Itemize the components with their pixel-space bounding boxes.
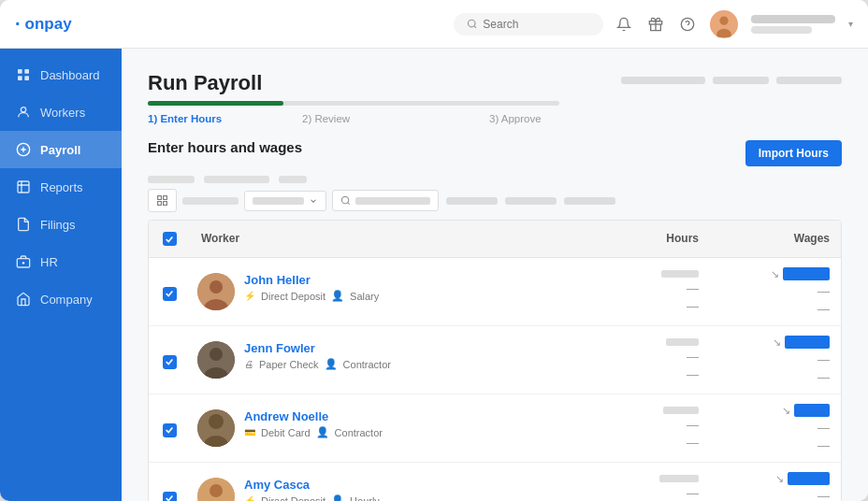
progress-bar-bg [148,101,559,106]
wages-dash-3b: — [817,438,830,452]
avatar-svg-4 [197,478,235,501]
company-icon [15,291,32,308]
svg-point-7 [719,16,728,24]
dashboard-icon [15,66,32,83]
worker-name-1[interactable]: John Heller [244,273,379,287]
worker-type-2: Contractor [343,359,391,370]
avatar-icon [711,11,737,37]
sidebar-item-reports[interactable]: Reports [0,168,122,206]
worker-meta-4: ⚡ Direct Deposit 👤 Hourly [244,494,380,501]
step-review: 2) Review [302,113,489,124]
section-title: Enter hours and wages [148,139,302,155]
wages-cell-4: ↘ — — [710,472,841,501]
user-info [751,15,835,34]
toolbar-search[interactable] [332,190,439,211]
hours-ph-2a [666,338,699,346]
workers-icon [15,104,32,121]
hr-icon [15,253,32,270]
hours-cell-3: — — [579,407,710,450]
help-icon[interactable] [678,15,697,34]
sidebar-item-workers[interactable]: Workers [0,93,122,131]
wages-dash-3: — [817,421,830,435]
payroll-header: Run Payroll [148,71,842,95]
worker-name-3[interactable]: Andrew Noelle [244,409,383,423]
user-avatar[interactable] [710,10,738,38]
worker-type-icon-4: 👤 [331,494,344,501]
worker-type-1: Salary [350,291,379,302]
filter-ph2 [204,176,269,183]
payroll-title-area: Run Payroll [148,71,262,95]
svg-point-33 [210,348,223,361]
select-all-checkbox[interactable] [163,232,177,246]
header-placeholders [281,71,842,84]
payment-icon-3: 💳 [244,427,255,437]
avatar-3 [197,409,235,447]
user-role-placeholder [751,26,812,34]
hours-dash-1: — [687,281,699,295]
ph1 [621,77,705,84]
avatar-4 [197,478,235,501]
avatar-2 [197,341,235,379]
row-checkbox-4[interactable] [149,488,190,502]
payment-icon-2: 🖨 [244,359,253,369]
hours-dash-3: — [687,418,699,432]
worker-info-3: Andrew Noelle 💳 Debit Card 👤 Contractor [244,409,383,438]
payroll-title: Run Payroll [148,71,262,95]
progress-area: 1) Enter Hours 2) Review 3) Approve [148,101,842,124]
worker-name-4[interactable]: Amy Casca [244,478,380,492]
row-checkbox-3[interactable] [149,420,190,437]
logo-text: onpay [25,15,72,34]
search-box[interactable] [454,13,603,36]
toolbar-icon-btn[interactable] [148,189,177,212]
row-checkbox-2[interactable] [149,351,190,369]
user-menu-chevron[interactable]: ▾ [848,19,853,29]
worker-type-icon-2: 👤 [325,358,338,370]
filings-icon [15,216,32,233]
wages-cell-3: ↘ — — [710,404,841,452]
app-window: · onpay [0,0,868,501]
action-ph3 [564,197,615,205]
hours-dash-1b: — [687,299,699,313]
payment-icon-1: ⚡ [244,291,255,301]
sidebar-item-payroll[interactable]: Payroll [0,131,122,168]
gift-icon[interactable] [646,15,665,34]
sidebar-item-hr[interactable]: HR [0,243,122,280]
sidebar-item-dashboard[interactable]: Dashboard [0,56,122,93]
th-worker: Worker [190,228,579,250]
svg-rect-26 [164,202,167,206]
svg-rect-10 [24,69,29,74]
bell-icon[interactable] [615,15,633,34]
worker-cell-2: Jenn Fowler 🖨 Paper Check 👤 Contractor [190,341,579,379]
worker-cell-3: Andrew Noelle 💳 Debit Card 👤 Contractor [190,409,579,447]
search-input[interactable] [483,18,590,31]
toolbar-dropdown[interactable] [244,191,326,211]
hours-dash-4: — [687,486,699,500]
sidebar-item-filings[interactable]: Filings [0,206,122,243]
search-ph [355,197,430,205]
wages-bar-3 [794,404,830,417]
worker-meta-3: 💳 Debit Card 👤 Contractor [244,426,383,438]
svg-point-30 [210,280,223,293]
wages-dash-1b: — [817,302,830,316]
main-layout: Dashboard Workers Payroll [0,49,868,501]
progress-bar-fill [148,101,283,106]
sidebar-label-payroll: Payroll [40,143,80,157]
wages-cell-2: ↘ — — [710,336,841,384]
sidebar-item-company[interactable]: Company [0,280,122,318]
filter-toolbar [148,189,842,212]
svg-point-36 [209,414,224,429]
payment-type-4: Direct Deposit [261,495,326,502]
row-checkbox-1[interactable] [149,283,190,301]
payment-type-1: Direct Deposit [261,291,326,302]
import-hours-button[interactable]: Import Hours [745,140,842,166]
worker-name-2[interactable]: Jenn Fowler [244,341,391,355]
svg-point-39 [210,484,223,497]
wages-bar-2 [785,336,830,349]
avatar-svg-3 [197,409,235,447]
hours-dash-2: — [687,350,699,364]
worker-info-2: Jenn Fowler 🖨 Paper Check 👤 Contractor [244,341,391,370]
wages-bar-1 [783,267,830,280]
table-row: Amy Casca ⚡ Direct Deposit 👤 Hourly [149,463,841,501]
ph3 [776,77,842,84]
worker-cell-1: John Heller ⚡ Direct Deposit 👤 Salary [190,273,579,310]
